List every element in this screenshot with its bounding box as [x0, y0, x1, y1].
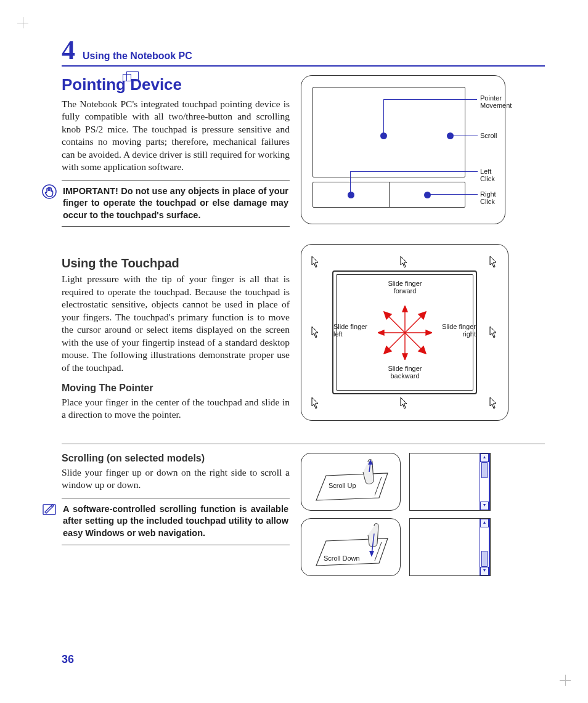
svg-line-13	[386, 333, 405, 351]
touchpad-move-diagram: Slide finger forward Slide finger left S…	[301, 244, 508, 421]
heading-using-touchpad: Using the Touchpad	[62, 256, 290, 270]
chapter-number: 4	[62, 37, 75, 65]
svg-line-9	[386, 314, 405, 333]
label-slide-right: Slide finger right	[442, 323, 476, 338]
cursor-icon	[400, 397, 409, 409]
cursor-icon	[311, 397, 320, 409]
chapter-header: 4 Using the Notebook PC	[62, 37, 545, 67]
svg-marker-8	[426, 330, 432, 335]
touchpad-icon	[126, 71, 139, 81]
svg-marker-4	[402, 354, 407, 360]
software-note: A software-controlled scrolling function…	[62, 498, 290, 545]
svg-marker-2	[402, 306, 407, 312]
paragraph: Slide your finger up or down on the righ…	[62, 466, 290, 492]
section-using-touchpad: Using the Touchpad Light pressure with t…	[62, 244, 545, 428]
crop-mark	[560, 675, 571, 686]
hand-icon	[42, 184, 57, 199]
label-pointer-movement: Pointer Movement	[480, 94, 512, 109]
page-number: 36	[62, 653, 74, 666]
software-note-text: A software-controlled scrolling function…	[63, 504, 288, 538]
label-slide-left: Slide finger left	[333, 323, 383, 338]
svg-line-11	[405, 314, 423, 333]
important-note-text: IMPORTANT! Do not use any objects in pla…	[63, 186, 288, 220]
divider	[62, 444, 545, 444]
label-left-click: Left Click	[480, 168, 505, 182]
important-note: IMPORTANT! Do not use any objects in pla…	[62, 180, 290, 227]
note-icon	[42, 502, 57, 517]
cursor-icon	[311, 326, 320, 338]
heading-scrolling: Scrolling (on selected models)	[62, 453, 290, 464]
heading-moving-pointer: Moving The Pointer	[62, 383, 290, 394]
svg-line-15	[405, 333, 423, 351]
chapter-title: Using the Notebook PC	[83, 51, 192, 65]
window-scroll-up-diagram: ▴ ▾	[409, 453, 491, 511]
cursor-icon	[400, 256, 409, 268]
crop-mark	[17, 17, 28, 28]
direction-arrows-icon	[378, 306, 432, 360]
manual-page: 4 Using the Notebook PC Pointing Device …	[0, 0, 588, 703]
scroll-down-pad-diagram: Scroll Down	[301, 518, 401, 576]
label-slide-forward: Slide finger forward	[380, 280, 430, 295]
cursor-icon	[489, 326, 498, 338]
window-scroll-down-diagram: ▴ ▾	[409, 518, 491, 576]
label-slide-backward: Slide finger backward	[380, 365, 430, 380]
paragraph: Light pressure with the tip of your fing…	[62, 273, 290, 374]
touchpad-diagram: Pointer Movement Scroll Left Click Right…	[301, 75, 505, 224]
label-right-click: Right Click	[480, 190, 505, 205]
cursor-icon	[489, 256, 498, 268]
label-scroll-down: Scroll Down	[324, 555, 360, 562]
paragraph: The Notebook PC's integrated touchpad po…	[62, 98, 290, 174]
heading-pointing-device: Pointing Device	[62, 75, 290, 94]
cursor-icon	[311, 256, 320, 268]
label-scroll-up: Scroll Up	[329, 482, 356, 489]
cursor-icon	[489, 397, 498, 409]
section-pointing-device: Pointing Device The Notebook PC's integr…	[62, 75, 545, 227]
scroll-up-pad-diagram: Scroll Up	[301, 453, 401, 511]
section-scrolling: Scrolling (on selected models) Slide you…	[62, 453, 545, 583]
paragraph: Place your finger in the center of the t…	[62, 396, 290, 421]
label-scroll: Scroll	[480, 132, 497, 139]
